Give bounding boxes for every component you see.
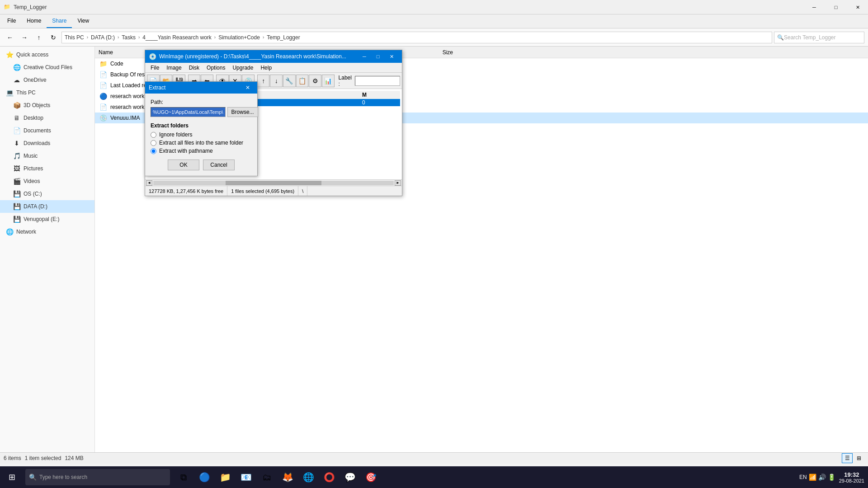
wi-label-input[interactable] — [355, 76, 400, 86]
sidebar-item-downloads[interactable]: ⬇ Downloads — [0, 137, 94, 150]
taskbar-search[interactable]: 🔍 Type here to search — [25, 469, 170, 485]
wi-sort-asc[interactable]: ↑ — [257, 75, 270, 87]
breadcrumb-data-d[interactable]: DATA (D:) — [91, 34, 115, 41]
wi-status-bar: 127728 KB, 1,27,456 K bytes free 1 files… — [145, 186, 402, 196]
forward-button[interactable]: → — [18, 31, 31, 44]
winimage-menu-help[interactable]: Help — [257, 63, 275, 73]
extract-dialog: Extract ✕ Path: %UGO~1\AppData\Local\Tem… — [145, 81, 258, 176]
pictures-icon: 🖼 — [13, 164, 21, 173]
extract-cancel-button[interactable]: Cancel — [203, 160, 235, 170]
extract-title: Extract — [149, 84, 242, 91]
sidebar-item-venugopal[interactable]: 💾 Venugopal (E:) — [0, 213, 94, 225]
sidebar-item-os-c[interactable]: 💾 OS (C:) — [0, 188, 94, 200]
breadcrumb-yasin[interactable]: 4____Yasin Reasearch work — [142, 34, 212, 41]
wi-scroll-track[interactable] — [153, 181, 394, 185]
address-bar: ← → ↑ ↻ This PC › DATA (D:) › Tasks › 4_… — [0, 28, 868, 47]
sidebar-item-documents[interactable]: 📄 Documents — [0, 124, 94, 137]
extract-close-button[interactable]: ✕ — [242, 82, 254, 94]
view-icons: ☰ ⊞ — [842, 453, 864, 463]
sidebar-item-quick-access[interactable]: ⭐ Quick access — [0, 48, 94, 61]
sidebar-item-onedrive[interactable]: ☁ OneDrive — [0, 74, 94, 86]
col-header-size[interactable]: Size — [415, 49, 460, 56]
taskbar-explorer[interactable]: 📁 — [215, 467, 235, 487]
wi-scroll-right[interactable]: ► — [395, 180, 401, 186]
taskbar-file-mgr[interactable]: 🗂 — [257, 467, 277, 487]
sidebar-item-videos[interactable]: 🎬 Videos — [0, 175, 94, 188]
sidebar-item-music[interactable]: 🎵 Music — [0, 150, 94, 162]
lang-indicator[interactable]: EN — [799, 474, 807, 480]
up-button[interactable]: ↑ — [33, 31, 45, 44]
minimize-button[interactable]: ─ — [804, 0, 825, 14]
taskbar-zoom[interactable]: 💬 — [340, 467, 360, 487]
taskbar-task-view[interactable]: ⧉ — [174, 467, 193, 487]
sidebar-item-data-d[interactable]: 💾 DATA (D:) — [0, 200, 94, 213]
windows-icon: ⊞ — [9, 472, 15, 482]
radio-ignore-folders[interactable] — [151, 132, 156, 138]
taskbar-app10[interactable]: 🎯 — [361, 467, 381, 487]
sidebar-item-creative-cloud[interactable]: 🌐 Creative Cloud Files — [0, 61, 94, 74]
winimage-minimize[interactable]: ─ — [358, 50, 371, 63]
address-path[interactable]: This PC › DATA (D:) › Tasks › 4____Yasin… — [61, 32, 772, 43]
radio-pathname-label: Extract with pathname — [159, 148, 213, 154]
winimage-menu-upgrade[interactable]: Upgrade — [229, 63, 257, 73]
winimage-menu-options[interactable]: Options — [203, 63, 229, 73]
taskbar-outlook[interactable]: 📧 — [236, 467, 256, 487]
sidebar-item-desktop[interactable]: 🖥 Desktop — [0, 112, 94, 124]
network-icon: 🌐 — [5, 228, 14, 236]
taskbar-firefox[interactable]: 🦊 — [278, 467, 297, 487]
radio-same-folder[interactable] — [151, 140, 156, 146]
wi-btn-a[interactable]: 🔧 — [283, 75, 296, 87]
taskbar-edge2[interactable]: 🌐 — [298, 467, 318, 487]
breadcrumb-temp-logger[interactable]: Temp_Logger — [267, 34, 300, 41]
wi-scroll-thumb[interactable] — [226, 181, 322, 185]
wi-sort-desc[interactable]: ↓ — [270, 75, 283, 87]
refresh-button[interactable]: ↻ — [47, 31, 60, 44]
winimage-close[interactable]: ✕ — [385, 50, 398, 63]
extract-buttons: OK Cancel — [151, 160, 252, 170]
extract-ok-button[interactable]: OK — [168, 160, 199, 170]
close-button[interactable]: ✕ — [847, 0, 868, 14]
taskbar-chrome[interactable]: ⭕ — [319, 467, 339, 487]
breadcrumb-tasks[interactable]: Tasks — [122, 34, 136, 41]
extract-path-input[interactable]: %UGO~1\AppData\Local\Temp\ — [151, 107, 226, 117]
folder-icon: 📁 — [99, 59, 108, 68]
sidebar-item-3d-objects[interactable]: 📦 3D Objects — [0, 99, 94, 112]
winimage-menu-image[interactable]: Image — [163, 63, 185, 73]
back-button[interactable]: ← — [4, 31, 16, 44]
tab-file[interactable]: File — [2, 14, 21, 28]
wifi-icon: 📶 — [809, 474, 816, 481]
wi-scroll-left[interactable]: ◄ — [146, 180, 152, 186]
tab-home[interactable]: Home — [21, 14, 47, 28]
tab-share[interactable]: Share — [47, 14, 72, 28]
wi-btn-d[interactable]: 📊 — [322, 75, 335, 87]
taskbar-clock[interactable]: 19:32 29-08-2021 — [839, 471, 864, 483]
sidebar-item-this-pc[interactable]: 💻 This PC — [0, 86, 94, 99]
search-icon: 🔍 — [777, 34, 784, 41]
winimage-menu-disk[interactable]: Disk — [185, 63, 203, 73]
wi-btn-c[interactable]: ⚙ — [309, 75, 321, 87]
documents-icon: 📄 — [13, 127, 21, 135]
sidebar-item-pictures[interactable]: 🖼 Pictures — [0, 162, 94, 175]
wi-scrollbar[interactable]: ◄ ► — [145, 179, 402, 186]
winimage-icon: 💿 — [149, 53, 156, 60]
taskbar-edge[interactable]: 🔵 — [194, 467, 214, 487]
radio-pathname[interactable] — [151, 148, 156, 154]
videos-icon: 🎬 — [13, 177, 21, 185]
wi-btn-b[interactable]: 📋 — [296, 75, 309, 87]
view-details-button[interactable]: ☰ — [842, 453, 853, 463]
breadcrumb-simulation[interactable]: Simulation+Code — [218, 34, 260, 41]
main-area: ⭐ Quick access 🌐 Creative Cloud Files ☁ … — [0, 47, 868, 452]
search-box[interactable]: 🔍 Search Temp_Logger — [774, 32, 864, 43]
view-large-button[interactable]: ⊞ — [854, 453, 864, 463]
sidebar-item-network[interactable]: 🌐 Network — [0, 225, 94, 238]
maximize-button[interactable]: □ — [826, 0, 846, 14]
taskbar-search-icon: 🔍 — [29, 474, 37, 481]
file-icon-2: 📄 — [99, 81, 108, 90]
winimage-maximize[interactable]: □ — [371, 50, 385, 63]
breadcrumb-this-pc[interactable]: This PC — [65, 34, 84, 41]
winimage-menu-file[interactable]: File — [147, 63, 163, 73]
tab-view[interactable]: View — [72, 14, 94, 28]
extract-browse-button[interactable]: Browse... — [227, 107, 258, 117]
volume-icon[interactable]: 🔊 — [818, 474, 826, 481]
start-button[interactable]: ⊞ — [0, 466, 24, 488]
